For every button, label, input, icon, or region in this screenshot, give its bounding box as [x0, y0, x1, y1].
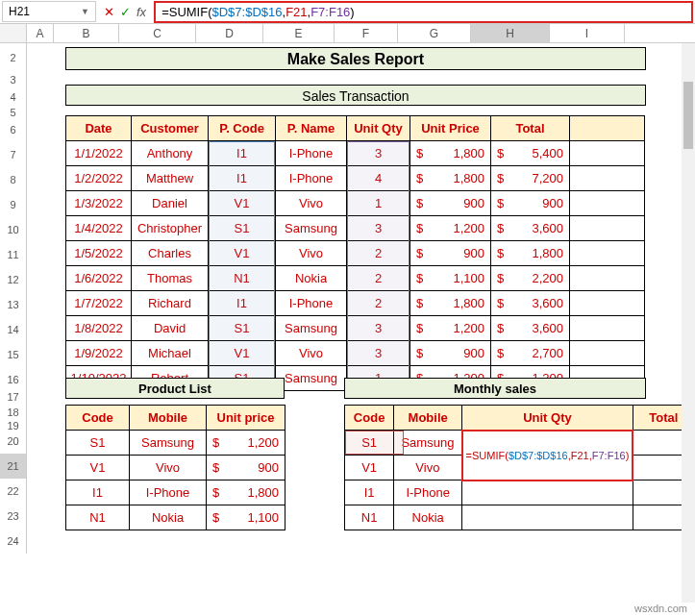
- cell-pcode[interactable]: I1: [209, 141, 276, 166]
- cell-pname[interactable]: Nokia: [276, 266, 347, 291]
- cell-qty[interactable]: 3: [347, 341, 410, 366]
- worksheet-grid[interactable]: Make Sales Report Sales Transaction Date…: [27, 43, 695, 603]
- cell-code[interactable]: V1: [66, 456, 130, 480]
- cell-date[interactable]: 1/8/2022: [66, 316, 132, 341]
- cell-qty[interactable]: 3: [347, 316, 410, 341]
- cell-code[interactable]: V1: [345, 456, 394, 480]
- cell-pcode[interactable]: V1: [209, 241, 276, 266]
- vertical-scrollbar[interactable]: [682, 43, 695, 603]
- formula-input[interactable]: =SUMIF($D$7:$D$16,F21,F7:F16): [154, 1, 693, 23]
- cell-code[interactable]: S1: [66, 431, 130, 456]
- cell-qty[interactable]: [462, 480, 633, 505]
- cell-price[interactable]: $1,800: [410, 291, 491, 316]
- cell-mobile[interactable]: I-Phone: [130, 480, 207, 505]
- col-I[interactable]: I: [550, 24, 625, 42]
- name-box[interactable]: H21 ▼: [2, 1, 96, 22]
- cell-pname[interactable]: I-Phone: [276, 291, 347, 316]
- cell-date[interactable]: 1/3/2022: [66, 191, 132, 216]
- scrollbar-thumb[interactable]: [683, 82, 693, 149]
- cell-code[interactable]: N1: [66, 505, 130, 530]
- row-4[interactable]: 4: [0, 86, 27, 108]
- chevron-down-icon[interactable]: ▼: [81, 7, 89, 16]
- cell-mobile[interactable]: Nokia: [394, 505, 462, 530]
- cell-date[interactable]: 1/5/2022: [66, 241, 132, 266]
- cell-customer[interactable]: Michael: [132, 341, 209, 366]
- col-D[interactable]: D: [196, 24, 263, 42]
- cell-mobile[interactable]: Vivo: [130, 456, 207, 480]
- cell-total[interactable]: $900: [491, 191, 570, 216]
- cell-customer[interactable]: Matthew: [132, 166, 209, 191]
- cell-pname[interactable]: Samsung: [276, 316, 347, 341]
- col-A[interactable]: A: [27, 24, 54, 42]
- cell-price[interactable]: $1,800: [410, 166, 491, 191]
- cell-pname[interactable]: Samsung: [276, 366, 347, 391]
- cell-customer[interactable]: Anthony: [132, 141, 209, 166]
- cell-pname[interactable]: Samsung: [276, 216, 347, 241]
- cell-qty[interactable]: 3: [347, 141, 410, 166]
- cell-date[interactable]: 1/6/2022: [66, 266, 132, 291]
- cell-price[interactable]: $900: [410, 341, 491, 366]
- cell-qty[interactable]: 2: [347, 291, 410, 316]
- cell-customer[interactable]: David: [132, 316, 209, 341]
- cell-extra[interactable]: [570, 266, 645, 291]
- row-12[interactable]: 12: [0, 267, 27, 292]
- cell-price[interactable]: $900: [207, 456, 285, 480]
- cell-code[interactable]: N1: [345, 505, 394, 530]
- row-21[interactable]: 21: [0, 454, 27, 479]
- cell-qty[interactable]: 4: [347, 166, 410, 191]
- cell-total[interactable]: $1,800: [491, 241, 570, 266]
- cell-date[interactable]: 1/9/2022: [66, 341, 132, 366]
- row-11[interactable]: 11: [0, 242, 27, 267]
- fx-icon[interactable]: fx: [137, 5, 146, 19]
- cell-mobile[interactable]: Samsung: [130, 431, 207, 456]
- cell-total[interactable]: $3,600: [491, 216, 570, 241]
- cell-customer[interactable]: Richard: [132, 291, 209, 316]
- cell-pcode[interactable]: I1: [209, 166, 276, 191]
- cell-code[interactable]: I1: [345, 480, 394, 505]
- cell-price[interactable]: $900: [410, 241, 491, 266]
- cell-pname[interactable]: Vivo: [276, 191, 347, 216]
- col-G[interactable]: G: [398, 24, 471, 42]
- cell-extra[interactable]: [570, 341, 645, 366]
- cell-pname[interactable]: Vivo: [276, 341, 347, 366]
- row-2[interactable]: 2: [0, 43, 27, 72]
- row-24[interactable]: 24: [0, 529, 27, 554]
- cell-pname[interactable]: Vivo: [276, 241, 347, 266]
- cell-qty[interactable]: 2: [347, 241, 410, 266]
- cell-total[interactable]: $2,700: [491, 341, 570, 366]
- cancel-icon[interactable]: ✕: [104, 5, 114, 19]
- cell-extra[interactable]: [570, 241, 645, 266]
- select-all-triangle[interactable]: [0, 24, 27, 42]
- cell-price[interactable]: $1,100: [207, 505, 285, 530]
- cell-pcode[interactable]: S1: [209, 316, 276, 341]
- row-23[interactable]: 23: [0, 504, 27, 529]
- cell-qty[interactable]: 1: [347, 191, 410, 216]
- cell-pname[interactable]: I-Phone: [276, 141, 347, 166]
- cell-price[interactable]: $1,200: [410, 316, 491, 341]
- cell-customer[interactable]: Christopher: [132, 216, 209, 241]
- cell-pcode[interactable]: V1: [209, 191, 276, 216]
- cell-date[interactable]: 1/7/2022: [66, 291, 132, 316]
- cell-price[interactable]: $1,800: [207, 480, 285, 505]
- cell-customer[interactable]: Thomas: [132, 266, 209, 291]
- row-22[interactable]: 22: [0, 479, 27, 504]
- cell-total[interactable]: $3,600: [491, 291, 570, 316]
- cell-price[interactable]: $1,200: [410, 216, 491, 241]
- col-C[interactable]: C: [119, 24, 196, 42]
- row-14[interactable]: 14: [0, 317, 27, 342]
- row-9[interactable]: 9: [0, 192, 27, 217]
- cell-extra[interactable]: [570, 191, 645, 216]
- cell-price[interactable]: $1,100: [410, 266, 491, 291]
- row-7[interactable]: 7: [0, 142, 27, 167]
- cell-mobile[interactable]: I-Phone: [394, 480, 462, 505]
- row-6[interactable]: 6: [0, 117, 27, 142]
- col-E[interactable]: E: [263, 24, 335, 42]
- enter-icon[interactable]: ✓: [120, 5, 131, 19]
- row-16[interactable]: 16: [0, 367, 27, 392]
- cell-price[interactable]: $1,200: [207, 431, 285, 456]
- cell-extra[interactable]: [570, 166, 645, 191]
- cell-pname[interactable]: I-Phone: [276, 166, 347, 191]
- cell-price[interactable]: $900: [410, 191, 491, 216]
- cell-pcode[interactable]: I1: [209, 291, 276, 316]
- cell-mobile[interactable]: Vivo: [394, 456, 462, 480]
